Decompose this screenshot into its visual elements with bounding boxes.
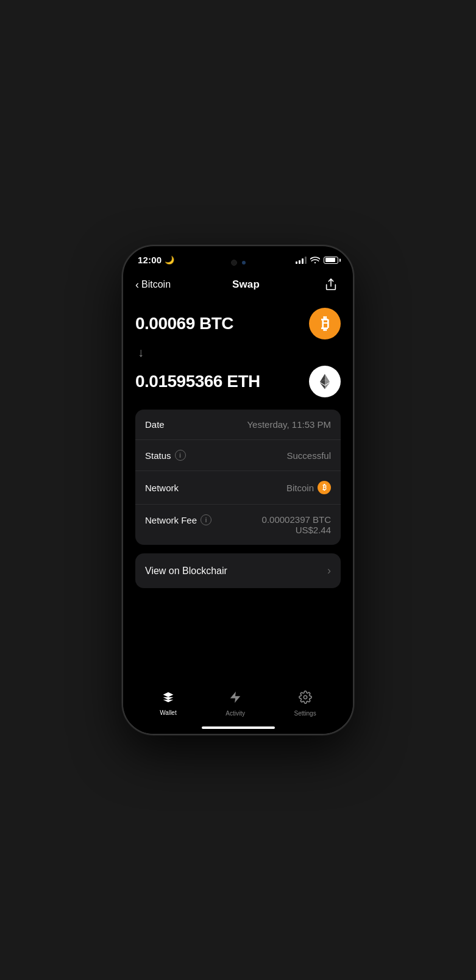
signal-bar-1 xyxy=(296,261,297,264)
fee-value: 0.00002397 BTC US$2.44 xyxy=(262,514,331,535)
share-icon xyxy=(324,278,338,291)
back-label: Bitcoin xyxy=(141,279,171,290)
eth-icon xyxy=(309,366,341,397)
settings-icon xyxy=(299,691,312,708)
moon-icon: 🌙 xyxy=(165,255,174,265)
date-row: Date Yesterday, 11:53 PM xyxy=(135,410,341,440)
status-time: 12:00 xyxy=(138,255,162,265)
ethereum-logo xyxy=(316,372,334,391)
status-label: Status i xyxy=(145,450,186,461)
wifi-icon xyxy=(310,255,320,265)
signal-bar-4 xyxy=(305,257,307,264)
status-row: Status i Successful xyxy=(135,440,341,471)
fee-label: Network Fee i xyxy=(145,514,211,525)
fee-usd: US$2.44 xyxy=(262,525,331,535)
fee-row: Network Fee i 0.00002397 BTC US$2.44 xyxy=(135,505,341,545)
blockchair-arrow-icon: › xyxy=(327,564,331,577)
dynamic-island xyxy=(205,254,272,272)
wallet-label: Wallet xyxy=(160,709,176,716)
btc-icon: ₿ xyxy=(309,308,341,339)
activity-icon xyxy=(229,691,242,708)
signal-bar-3 xyxy=(302,258,304,264)
swap-arrow-icon: ↓ xyxy=(138,346,144,360)
network-btc-badge: ₿ xyxy=(318,481,331,494)
battery-icon xyxy=(324,257,338,264)
swap-from-row: 0.00069 BTC ₿ xyxy=(135,308,341,339)
status-icons xyxy=(296,255,338,265)
signal-bars xyxy=(296,257,307,264)
home-indicator xyxy=(202,726,275,729)
btc-amount: 0.00069 BTC xyxy=(135,314,233,333)
date-label: Date xyxy=(145,419,165,430)
nav-settings[interactable]: Settings xyxy=(294,691,316,717)
back-button[interactable]: ‹ Bitcoin xyxy=(135,279,171,291)
battery-fill xyxy=(325,258,335,262)
island-dot xyxy=(242,261,246,265)
page-title: Swap xyxy=(232,279,260,291)
network-name: Bitcoin xyxy=(286,483,314,493)
info-card: Date Yesterday, 11:53 PM Status i Succes… xyxy=(135,410,341,545)
blockchair-button[interactable]: View on Blockchair › xyxy=(135,553,341,588)
swap-to-row: 0.01595366 ETH xyxy=(135,366,341,397)
status-info-icon[interactable]: i xyxy=(175,450,186,461)
signal-bar-2 xyxy=(299,260,300,264)
phone-shell: 12:00 🌙 xyxy=(122,245,354,735)
eth-amount: 0.01595366 ETH xyxy=(135,372,260,391)
date-value: Yesterday, 11:53 PM xyxy=(247,419,331,430)
settings-label: Settings xyxy=(294,710,316,717)
svg-point-8 xyxy=(304,695,307,699)
share-button[interactable] xyxy=(321,275,341,294)
network-row: Network Bitcoin ₿ xyxy=(135,471,341,505)
swap-section: 0.00069 BTC ₿ ↓ 0.01595366 ETH xyxy=(135,308,341,397)
network-value: Bitcoin ₿ xyxy=(286,481,331,494)
activity-label: Activity xyxy=(226,710,245,717)
nav-activity[interactable]: Activity xyxy=(226,691,245,717)
status-value: Successful xyxy=(286,450,331,461)
back-arrow-icon: ‹ xyxy=(135,279,139,291)
blockchair-label: View on Blockchair xyxy=(145,566,227,577)
nav-wallet[interactable]: Wallet xyxy=(160,691,176,716)
phone-screen: 12:00 🌙 xyxy=(123,246,353,734)
island-camera xyxy=(231,260,237,266)
network-label: Network xyxy=(145,483,179,493)
fee-info-icon[interactable]: i xyxy=(201,514,211,525)
swap-arrow-row: ↓ xyxy=(135,346,341,360)
wallet-icon xyxy=(161,691,176,707)
main-content: 0.00069 BTC ₿ ↓ 0.01595366 ETH xyxy=(123,302,353,682)
fee-btc: 0.00002397 BTC xyxy=(262,514,331,525)
svg-marker-7 xyxy=(230,692,241,703)
nav-header: ‹ Bitcoin Swap xyxy=(123,270,353,302)
